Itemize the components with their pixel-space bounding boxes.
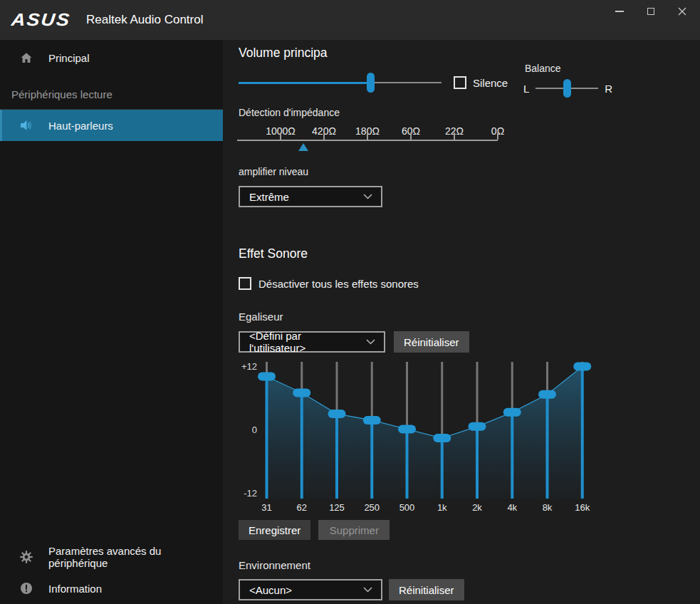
equalizer-chart: +120-1231621252505001k2k4k8k16k bbox=[239, 360, 620, 518]
balance-slider[interactable] bbox=[536, 78, 598, 98]
impedance-baseline bbox=[237, 140, 498, 141]
speaker-icon bbox=[19, 118, 33, 132]
delete-button[interactable]: Supprimer bbox=[318, 520, 390, 540]
silence-row: Silence bbox=[454, 76, 508, 89]
disable-effects-label: Désactiver tous les effets sonores bbox=[258, 278, 419, 290]
equalizer-preset-select[interactable]: <Défini par l'utilisateur> bbox=[239, 331, 385, 353]
eq-thumb-500[interactable] bbox=[398, 425, 416, 434]
impedance-label: Détection d'impédance bbox=[239, 107, 340, 118]
equalizer-reset-button[interactable]: Réinitialiser bbox=[394, 331, 469, 353]
volume-thumb[interactable] bbox=[367, 73, 375, 93]
gear-icon bbox=[19, 550, 33, 564]
chevron-down-icon bbox=[363, 194, 372, 199]
balance-thumb[interactable] bbox=[563, 79, 571, 98]
window-controls bbox=[609, 4, 693, 19]
environment-label: Environnement bbox=[239, 559, 310, 571]
eq-y-label: +12 bbox=[241, 361, 257, 372]
eq-x-label-2k: 2k bbox=[472, 502, 482, 513]
sidebar-item-label: Information bbox=[48, 583, 102, 595]
minimize-button[interactable] bbox=[609, 4, 630, 19]
close-icon bbox=[678, 7, 686, 16]
chevron-down-icon bbox=[363, 587, 372, 593]
environment-selected-value: <Aucun> bbox=[249, 584, 292, 596]
balance-left-label: L bbox=[523, 83, 529, 95]
amplifier-select[interactable]: Extrême bbox=[239, 186, 382, 207]
sidebar-item-principal[interactable]: Principal bbox=[0, 40, 223, 71]
silence-checkbox[interactable] bbox=[454, 76, 466, 89]
asus-logo: ASUS bbox=[11, 10, 72, 31]
amplifier-selected-value: Extrême bbox=[249, 191, 289, 203]
sidebar-item-information[interactable]: Information bbox=[0, 573, 223, 604]
eq-y-label: -12 bbox=[244, 488, 257, 499]
eq-area-fill bbox=[267, 366, 583, 499]
eq-thumb-1k[interactable] bbox=[433, 434, 451, 442]
main-content: Volume principa Silence Balance L R Déte… bbox=[223, 40, 700, 604]
titlebar: ASUS Realtek Audio Control bbox=[0, 0, 700, 40]
eq-x-label-16k: 16k bbox=[575, 502, 590, 513]
eq-x-label-62: 62 bbox=[297, 502, 307, 513]
eq-x-label-1k: 1k bbox=[437, 502, 447, 513]
sidebar-section-label: Périphériques lecture bbox=[0, 88, 223, 110]
impedance-tick-mark bbox=[367, 132, 368, 140]
environment-reset-button[interactable]: Réinitialiser bbox=[389, 579, 464, 600]
sidebar-item-haut-parleurs[interactable]: Haut-parleurs bbox=[0, 110, 223, 141]
home-icon bbox=[19, 51, 33, 65]
sidebar: Principal Périphériques lecture Haut-par… bbox=[0, 40, 223, 604]
equalizer-chart-svg: +120-1231621252505001k2k4k8k16k bbox=[239, 360, 620, 518]
sidebar-item-label: Haut-parleurs bbox=[48, 120, 113, 132]
volume-title: Volume principa bbox=[239, 46, 328, 61]
eq-x-label-250: 250 bbox=[364, 502, 380, 513]
impedance-tick-mark bbox=[410, 132, 412, 140]
info-icon bbox=[19, 581, 33, 595]
eq-thumb-62[interactable] bbox=[293, 388, 310, 397]
eq-thumb-250[interactable] bbox=[363, 416, 381, 425]
impedance-tick-mark bbox=[323, 132, 325, 140]
eq-x-label-4k: 4k bbox=[507, 502, 517, 513]
eq-thumb-4k[interactable] bbox=[503, 408, 521, 417]
eq-thumb-16k[interactable] bbox=[573, 362, 591, 370]
eq-x-label-8k: 8k bbox=[543, 502, 553, 513]
disable-effects-row: Désactiver tous les effets sonores bbox=[239, 277, 419, 290]
app-window: ASUS Realtek Audio Control Principal Pér… bbox=[0, 0, 700, 604]
environment-select[interactable]: <Aucun> bbox=[239, 579, 382, 600]
impedance-tick-mark bbox=[497, 132, 498, 140]
balance-group: Balance L R bbox=[523, 63, 623, 98]
balance-right-label: R bbox=[605, 83, 612, 95]
impedance-tick-mark bbox=[454, 132, 455, 140]
disable-effects-checkbox[interactable] bbox=[239, 277, 251, 290]
sidebar-item-label: Paramètres avancés du périphérique bbox=[48, 545, 223, 569]
volume-slider[interactable] bbox=[239, 73, 442, 93]
maximize-button[interactable] bbox=[640, 4, 662, 19]
app-title: Realtek Audio Control bbox=[86, 13, 203, 27]
eq-thumb-125[interactable] bbox=[328, 410, 346, 418]
eq-thumb-2k[interactable] bbox=[469, 422, 486, 431]
equalizer-preset-value: <Défini par l'utilisateur> bbox=[249, 330, 359, 354]
impedance-indicator-icon bbox=[298, 143, 308, 151]
equalizer-save-row: Enregistrer Supprimer bbox=[239, 520, 390, 540]
eq-x-label-125: 125 bbox=[329, 502, 345, 513]
impedance-scale: 1000Ω420Ω180Ω60Ω22Ω0Ω bbox=[237, 125, 498, 155]
close-button[interactable] bbox=[672, 4, 693, 19]
chevron-down-icon bbox=[366, 339, 375, 345]
silence-label: Silence bbox=[473, 77, 508, 89]
sidebar-footer: Paramètres avancés du périphérique Infor… bbox=[0, 541, 223, 604]
sidebar-item-advanced-settings[interactable]: Paramètres avancés du périphérique bbox=[0, 541, 223, 573]
sound-effect-title: Effet Sonore bbox=[239, 246, 308, 261]
eq-y-label: 0 bbox=[252, 425, 257, 435]
eq-thumb-8k[interactable] bbox=[538, 390, 556, 399]
equalizer-controls-row: <Défini par l'utilisateur> Réinitialiser bbox=[239, 331, 469, 353]
environment-controls-row: <Aucun> Réinitialiser bbox=[239, 579, 464, 600]
save-button[interactable]: Enregistrer bbox=[239, 520, 310, 540]
eq-thumb-31[interactable] bbox=[258, 373, 276, 381]
eq-x-label-31: 31 bbox=[261, 502, 271, 513]
equalizer-label: Egaliseur bbox=[239, 311, 283, 323]
maximize-icon bbox=[647, 8, 654, 15]
eq-x-label-500: 500 bbox=[399, 502, 415, 513]
sidebar-item-label: Principal bbox=[48, 52, 90, 64]
balance-label: Balance bbox=[525, 63, 623, 74]
minimize-icon bbox=[615, 11, 624, 12]
amplifier-label: amplifier niveau bbox=[239, 166, 308, 177]
impedance-tick-mark bbox=[280, 132, 281, 140]
volume-fill bbox=[239, 82, 370, 84]
